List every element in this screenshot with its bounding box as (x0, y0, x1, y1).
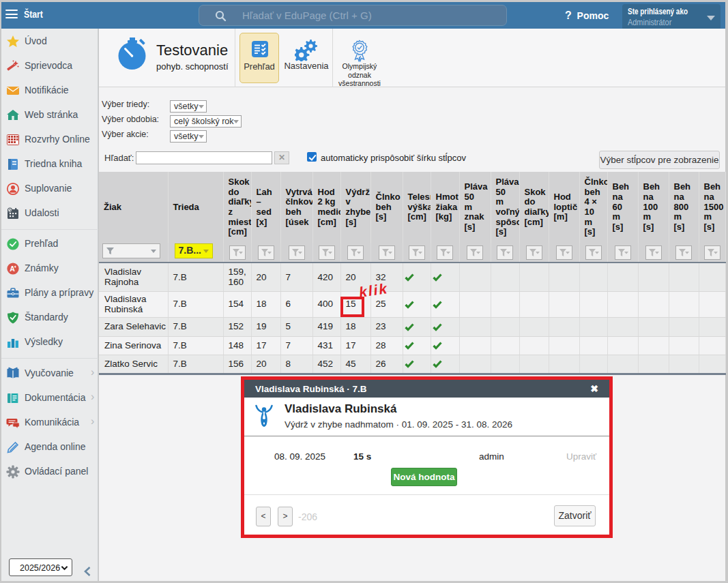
svg-text:A: A (10, 265, 15, 273)
